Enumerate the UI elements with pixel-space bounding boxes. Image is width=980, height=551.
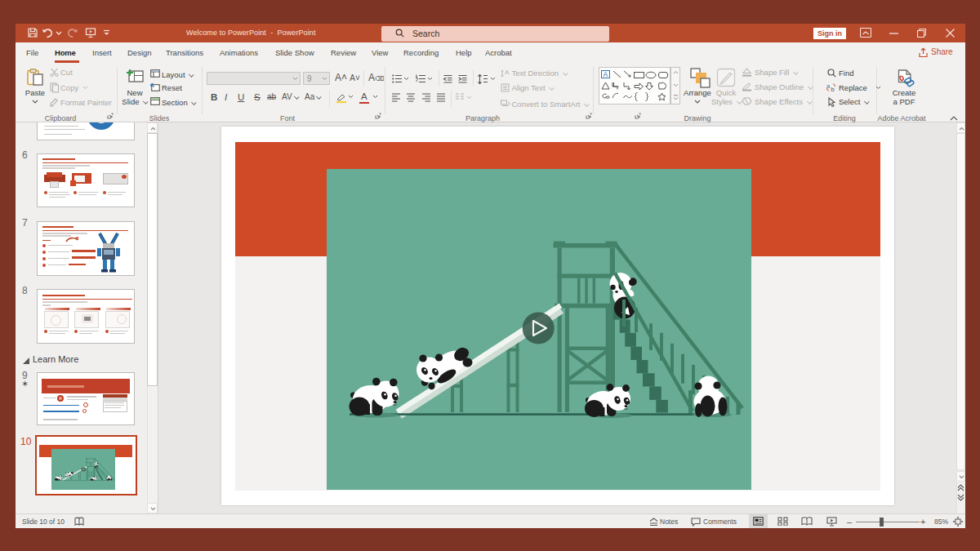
svg-text:A: A [604,70,608,78]
svg-text:A: A [505,69,510,76]
svg-text:b: b [831,86,835,93]
